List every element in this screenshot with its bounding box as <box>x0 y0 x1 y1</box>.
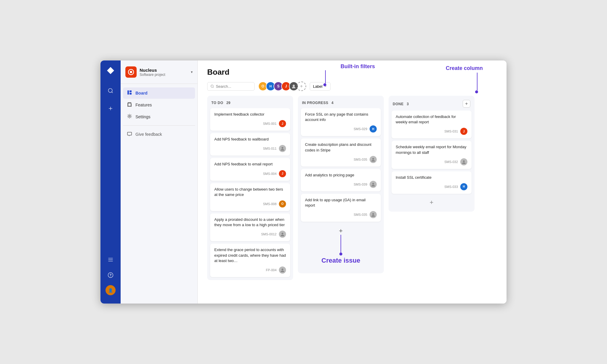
table-row[interactable]: Implement feedback collector SMS-001 J <box>210 108 290 131</box>
column-done-title: DONE <box>393 102 404 106</box>
avatar <box>279 266 286 274</box>
table-row[interactable]: Add analytics to pricing page SMS-039 <box>301 169 381 191</box>
card-title: Allow users to change between two tiers … <box>214 187 286 197</box>
svg-point-18 <box>293 85 295 87</box>
board-title: Board <box>207 68 229 77</box>
avatar: O <box>279 200 286 207</box>
done-add-card-button[interactable]: + <box>430 199 434 206</box>
create-issue-line <box>341 235 341 253</box>
svg-point-15 <box>129 116 130 117</box>
sidebar-item-feedback[interactable]: Give feedback <box>123 129 195 140</box>
feedback-icon <box>127 131 132 137</box>
table-row[interactable]: Schedule weekly email report for Monday … <box>392 141 472 169</box>
card-id: SMS-001 <box>263 122 277 125</box>
card-footer: SMS-011 <box>214 145 286 152</box>
card-footer: SMS-033 H <box>396 183 467 190</box>
main-content: Board Built-in filters Create column <box>198 60 507 304</box>
app-logo-icon <box>105 65 116 76</box>
column-inprogress: IN PROGRESS 4 Force SSL on any page that… <box>298 96 384 273</box>
add-rail-icon[interactable] <box>105 103 116 114</box>
board-header: Board Built-in filters Create column <box>198 60 507 82</box>
column-done-cards: Automate collection of feedback for week… <box>389 111 475 212</box>
avatar: J <box>279 170 286 177</box>
avatar <box>279 231 286 238</box>
avatar: H <box>370 125 377 132</box>
create-column-annotation: Create column <box>446 65 483 93</box>
table-row[interactable]: Extend the grace period to accounts with… <box>210 244 290 277</box>
svg-point-11 <box>130 71 132 73</box>
table-row[interactable]: Install SSL certificate SMS-033 H <box>392 171 472 194</box>
svg-point-22 <box>372 158 374 160</box>
search-input[interactable] <box>216 84 251 89</box>
column-done-add-button[interactable]: + <box>463 100 470 108</box>
card-footer: SMS-039 <box>305 181 377 188</box>
card-id: SMS-029 <box>354 127 367 131</box>
svg-line-2 <box>112 92 113 93</box>
icon-rail: ? 👤 <box>100 60 121 304</box>
features-icon <box>127 102 132 108</box>
table-row[interactable]: Create subscription plans and discount c… <box>301 138 381 166</box>
card-id: SMS-008 <box>263 202 277 206</box>
column-todo-cards: Implement feedback collector SMS-001 J A… <box>207 108 293 280</box>
board-columns: TO DO 29 Implement feedback collector SM… <box>198 96 507 304</box>
create-issue-plus-button[interactable]: + <box>339 227 343 235</box>
table-row[interactable]: Apply a prorated discount to a user when… <box>210 213 290 241</box>
user-avatar-rail[interactable]: 👤 <box>106 285 116 295</box>
board-nav-label: Board <box>135 91 147 95</box>
table-row[interactable]: Add NPS feedback to wallboard SMS-011 <box>210 133 290 156</box>
sidebar-item-features[interactable]: Features <box>123 99 195 111</box>
sidebar-chevron-icon[interactable]: ▾ <box>191 70 193 74</box>
card-footer: FP-004 <box>214 266 286 274</box>
create-issue-dot <box>339 253 342 256</box>
create-issue-label[interactable]: Create issue <box>322 257 360 264</box>
card-id: SMS-031 <box>444 130 458 133</box>
menu-rail-icon[interactable] <box>105 254 116 265</box>
svg-point-23 <box>372 183 374 185</box>
avatar: H <box>460 183 467 190</box>
column-todo-title: TO DO <box>211 101 223 105</box>
avatar <box>370 211 377 218</box>
table-row[interactable]: Add link to app usage (GA) in email repo… <box>301 194 381 222</box>
search-box[interactable] <box>207 82 255 91</box>
project-subtitle: Software project <box>140 73 188 77</box>
svg-rect-12 <box>127 90 129 95</box>
builtin-filters-label: Built-in filters <box>341 63 375 70</box>
card-title: Add analytics to pricing page <box>305 173 377 178</box>
search-rail-icon[interactable] <box>105 85 116 96</box>
done-column-add-area: + <box>392 196 472 209</box>
project-title-block: Nucleus Software project <box>140 68 188 77</box>
avatar <box>460 158 467 165</box>
svg-point-20 <box>282 233 283 234</box>
settings-nav-label: Settings <box>135 114 151 119</box>
svg-text:?: ? <box>110 273 112 277</box>
card-footer: SMS-008 O <box>214 200 286 207</box>
card-id: SMS-039 <box>354 183 367 186</box>
card-footer: SMS-029 H <box>305 125 377 132</box>
column-inprogress-title: IN PROGRESS <box>302 101 328 105</box>
label-dropdown-text: Label <box>313 84 322 89</box>
table-row[interactable]: Automate collection of feedback for week… <box>392 111 472 138</box>
column-todo-count: 29 <box>226 101 230 105</box>
column-todo: TO DO 29 Implement feedback collector SM… <box>207 96 293 280</box>
card-title: Automate collection of feedback for week… <box>396 114 467 125</box>
svg-point-21 <box>282 269 283 270</box>
svg-point-24 <box>372 213 374 215</box>
table-row[interactable]: Force SSL on any page that contains acco… <box>301 108 381 136</box>
table-row[interactable]: Allow users to change between two tiers … <box>210 183 290 211</box>
card-title: Add link to app usage (GA) in email repo… <box>305 197 377 208</box>
sidebar-nav: Board Features Settings Give feedback <box>121 84 197 304</box>
avatar <box>370 181 377 188</box>
table-row[interactable]: Add NPS feedback to email report SMS-004… <box>210 158 290 181</box>
svg-point-19 <box>282 147 283 149</box>
svg-point-16 <box>211 85 213 87</box>
sidebar-item-board[interactable]: Board <box>123 87 195 99</box>
column-done: DONE 3 + Automate collection of feedback… <box>389 96 475 212</box>
avatar-add-button[interactable]: + <box>297 82 306 91</box>
sidebar-item-settings[interactable]: Settings <box>123 111 195 122</box>
avatar <box>370 156 377 163</box>
help-rail-icon[interactable]: ? <box>105 270 116 280</box>
card-id: SMS-035 <box>354 213 367 216</box>
svg-marker-0 <box>107 67 114 74</box>
card-footer: SMS-001 J <box>214 120 286 127</box>
avatar: J <box>460 128 467 135</box>
